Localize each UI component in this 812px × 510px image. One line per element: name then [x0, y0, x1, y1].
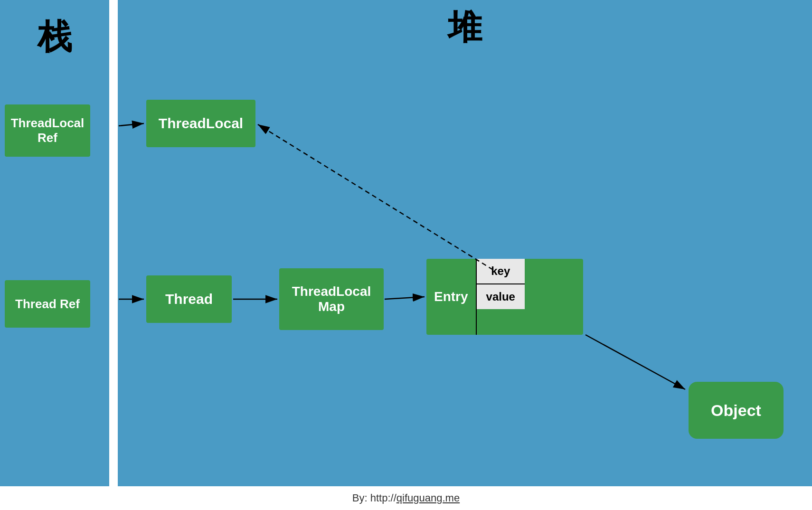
stack-panel: 栈 ThreadLocal Ref Thread Ref [0, 0, 109, 486]
heap-title: 堆 [118, 0, 812, 55]
main-container: 栈 ThreadLocal Ref Thread Ref 堆 ThreadLoc… [0, 0, 812, 510]
stack-title: 栈 [0, 9, 109, 65]
footer-link[interactable]: qifuguang.me [397, 492, 460, 504]
heap-panel: 堆 ThreadLocal Thread ThreadLocal Map Ent… [118, 0, 812, 486]
object-box: Object [689, 382, 784, 439]
entry-box: Entry key value [426, 259, 583, 335]
thread-box: Thread [146, 275, 232, 323]
entry-label: Entry [426, 259, 477, 335]
diagram-area: 栈 ThreadLocal Ref Thread Ref 堆 ThreadLoc… [0, 0, 812, 486]
footer-text: By: http:// [352, 492, 397, 504]
svg-line-7 [585, 335, 685, 389]
stack-heap-divider [109, 0, 118, 486]
entry-kv: key value [477, 259, 525, 335]
thread-local-box: ThreadLocal [146, 100, 255, 147]
svg-line-5 [385, 297, 425, 299]
thread-local-map-box: ThreadLocal Map [279, 268, 384, 330]
entry-key: key [477, 259, 525, 284]
svg-line-2 [119, 123, 144, 126]
svg-line-6 [258, 124, 493, 270]
thread-local-ref-box: ThreadLocal Ref [5, 104, 90, 157]
footer: By: http://qifuguang.me [0, 486, 812, 510]
entry-value: value [477, 284, 525, 309]
thread-ref-box: Thread Ref [5, 280, 90, 328]
